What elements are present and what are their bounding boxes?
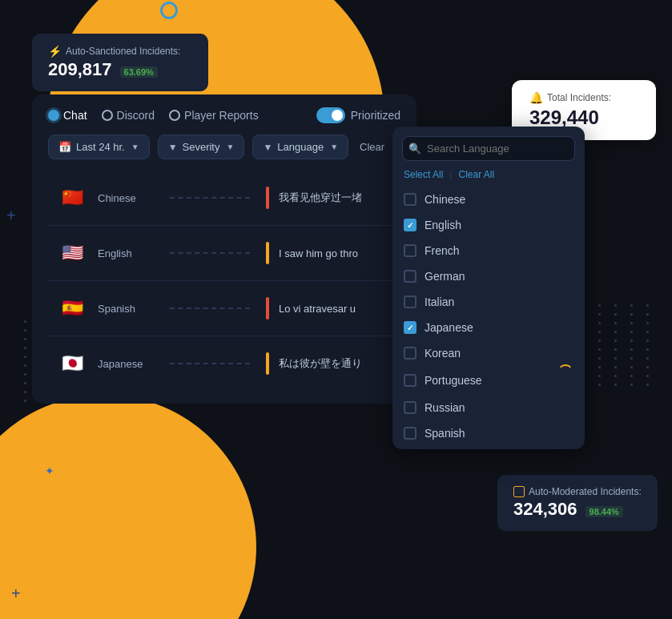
- chat-item[interactable]: 🇯🇵 Japanese 私は彼が壁を通り: [48, 336, 400, 391]
- severity-bar: [266, 352, 269, 375]
- language-name: Spanish: [98, 303, 154, 315]
- tab-discord[interactable]: Discord: [102, 109, 155, 122]
- flag-circle: 🇨🇳: [56, 182, 88, 214]
- language-checkbox: [404, 427, 416, 440]
- language-list-item[interactable]: French: [392, 238, 585, 263]
- auto-sanctioned-label: Auto-Sanctioned Incidents:: [66, 46, 180, 57]
- chat-item[interactable]: 🇺🇸 English I saw him go thro: [48, 226, 400, 281]
- tab-player-reports[interactable]: Player Reports: [169, 109, 259, 122]
- severity-bar: [266, 187, 269, 209]
- tab-chat[interactable]: Chat: [48, 109, 87, 122]
- language-option-name: German: [425, 270, 465, 283]
- search-icon: 🔍: [408, 143, 421, 155]
- language-filter-icon: ▼: [263, 142, 272, 153]
- flag-circle: 🇪🇸: [56, 292, 88, 324]
- language-option-name: Italian: [425, 295, 454, 308]
- language-name: English: [98, 247, 154, 259]
- language-checkbox: [404, 219, 416, 231]
- language-list-item[interactable]: Chinese: [392, 187, 585, 212]
- chat-text: 私は彼が壁を通り: [279, 356, 362, 371]
- language-option-name: Spanish: [425, 427, 465, 440]
- language-actions: Select All | Clear All: [392, 169, 585, 187]
- language-dropdown: 🔍 Select All | Clear All Chinese English…: [392, 127, 585, 449]
- language-filter-label: Language: [277, 141, 324, 153]
- language-list-item[interactable]: Italian: [392, 289, 585, 315]
- select-all-button[interactable]: Select All: [404, 169, 443, 180]
- clear-all-button[interactable]: Clear All: [458, 169, 494, 180]
- chat-text: I saw him go thro: [279, 247, 358, 259]
- language-option-name: Korean: [425, 347, 461, 360]
- date-filter-button[interactable]: 📅 Last 24 hr. ▼: [48, 135, 150, 159]
- severity-filter-button[interactable]: ▼ Severity ▼: [158, 135, 245, 159]
- language-checkbox: [404, 401, 416, 414]
- language-option-name: Portuguese: [425, 374, 482, 387]
- language-list-item[interactable]: Portuguese: [392, 366, 585, 395]
- severity-bar: [266, 242, 269, 264]
- chat-item[interactable]: 🇨🇳 Chinese 我看见他穿过一堵: [48, 171, 400, 226]
- language-checkbox: [404, 295, 416, 308]
- tab-player-reports-label: Player Reports: [184, 109, 259, 122]
- auto-moderated-value: 324,306: [513, 499, 577, 520]
- severity-bar: [266, 297, 269, 320]
- flag-circle: 🇯🇵: [56, 348, 88, 380]
- language-option-name: English: [425, 219, 461, 231]
- total-incidents-value: 329,440: [529, 107, 638, 129]
- toggle-label: Prioritized: [351, 109, 400, 122]
- language-chevron-icon: ▼: [330, 143, 338, 151]
- dotted-line: [170, 307, 250, 309]
- bell-icon: 🔔: [529, 91, 543, 104]
- language-list-item[interactable]: Korean: [392, 340, 585, 366]
- filters-row: 📅 Last 24 hr. ▼ ▼ Severity ▼ ▼ Language …: [48, 135, 400, 159]
- auto-sanctioned-card: ⚡ Auto-Sanctioned Incidents: 209,817 63.…: [32, 34, 208, 91]
- tab-chat-label: Chat: [63, 109, 87, 122]
- language-checkbox: [404, 270, 416, 283]
- language-list-item[interactable]: English: [392, 212, 585, 238]
- star-icon-2: ✦: [45, 464, 54, 477]
- tab-discord-radio: [102, 110, 113, 121]
- plus-icon-bottom-left: +: [11, 585, 21, 603]
- severity-filter-label: Severity: [183, 141, 220, 153]
- flag-circle: 🇺🇸: [56, 237, 88, 269]
- auto-moderated-pct: 98.44%: [585, 506, 623, 517]
- auto-moderated-card: Auto-Moderated Incidents: 324,306 98.44%: [497, 475, 658, 531]
- total-incidents-label: Total Incidents:: [547, 92, 611, 103]
- prioritized-toggle[interactable]: [316, 107, 345, 123]
- language-list-item[interactable]: Japanese: [392, 315, 585, 340]
- language-checkbox: [404, 374, 416, 387]
- bolt-icon: ⚡: [48, 45, 62, 58]
- language-list-item[interactable]: German: [392, 263, 585, 289]
- language-name: Chinese: [98, 192, 154, 204]
- main-panel: Chat Discord Player Reports Prioritized …: [32, 94, 416, 404]
- lang-divider: |: [449, 169, 452, 180]
- date-filter-label: Last 24 hr.: [76, 141, 125, 153]
- language-filter-button[interactable]: ▼ Language ▼: [252, 135, 348, 159]
- language-name: Japanese: [98, 358, 154, 370]
- clear-button[interactable]: Clear: [360, 141, 384, 153]
- auto-moderated-label: Auto-Moderated Incidents:: [529, 486, 642, 497]
- tab-player-reports-radio: [169, 110, 180, 121]
- loading-circle: [557, 364, 573, 380]
- toggle-wrap[interactable]: Prioritized: [316, 107, 400, 123]
- bg-circle-bottom: [0, 395, 256, 619]
- date-chevron-icon: ▼: [131, 143, 139, 151]
- chat-list: 🇨🇳 Chinese 我看见他穿过一堵 🇺🇸 English I saw him…: [48, 171, 400, 391]
- language-checkbox: [404, 321, 416, 334]
- dotted-line: [170, 363, 250, 364]
- language-search-wrap: 🔍: [392, 136, 585, 169]
- tabs-row: Chat Discord Player Reports Prioritized: [48, 107, 400, 123]
- dotted-line: [170, 197, 250, 199]
- language-checkbox: [404, 193, 416, 206]
- chat-item[interactable]: 🇪🇸 Spanish Lo vi atravesar u: [48, 281, 400, 336]
- tab-chat-radio: [48, 110, 59, 121]
- language-list-item[interactable]: Spanish: [392, 420, 585, 443]
- tab-discord-label: Discord: [117, 109, 155, 122]
- language-option-name: Chinese: [425, 193, 465, 206]
- language-list-item[interactable]: Russian: [392, 395, 585, 420]
- language-list: Chinese English French German Italian Ja…: [392, 187, 585, 443]
- language-checkbox: [404, 347, 416, 360]
- auto-sanctioned-pct: 63.69%: [120, 66, 158, 78]
- grid-icon: [513, 486, 525, 497]
- circle-top-decoration: [160, 2, 178, 19]
- language-search-input[interactable]: [402, 136, 575, 161]
- chat-text: Lo vi atravesar u: [279, 303, 356, 315]
